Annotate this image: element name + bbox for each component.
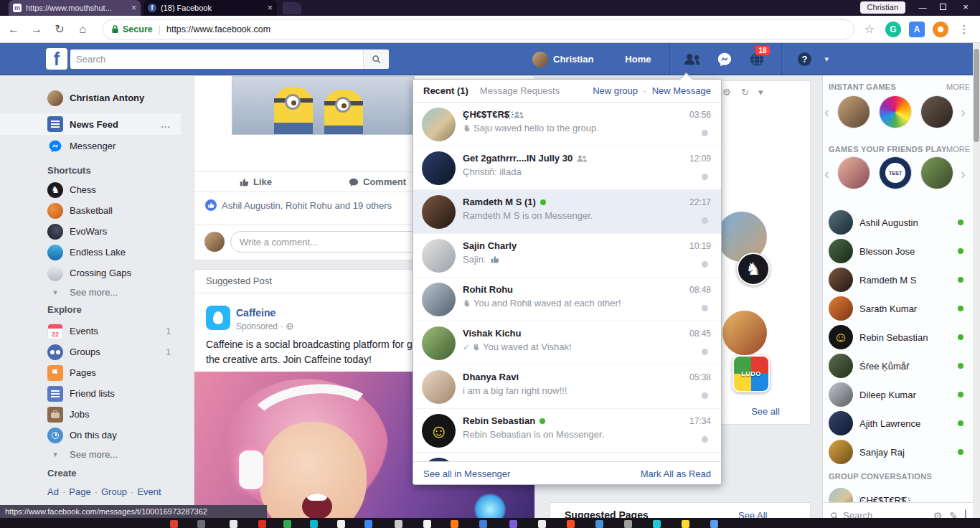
taskbar-app-icon[interactable] (567, 520, 575, 528)
conversation-item[interactable]: Get 2gathrrr....IN Jully 30 Çhristiñ: il… (413, 146, 721, 190)
contact-row[interactable]: Sanjay Raj (823, 438, 974, 466)
like-button[interactable]: Like (194, 176, 316, 187)
conversation-item-partial[interactable] (413, 453, 721, 461)
taskbar-app-icon[interactable] (364, 520, 372, 528)
post-social-proof[interactable]: Ashil Augustin, Rohit Rohu and 19 others (204, 199, 392, 212)
contact-row[interactable]: Ajith Lawrence (823, 409, 974, 438)
reload-button[interactable]: ↻ (50, 20, 69, 39)
sidebar-item-chess[interactable]: ♞ Chess (0, 179, 181, 200)
search-button[interactable] (363, 50, 389, 69)
taskbar-app-icon[interactable] (283, 520, 291, 528)
browser-tab-mouthshut[interactable]: m https://www.mouthshut... × (9, 0, 141, 16)
chevron-down-icon[interactable]: ▾ (758, 87, 763, 98)
new-group-link[interactable]: New group (593, 85, 638, 96)
instant-games-more-link[interactable]: MORE (946, 82, 970, 91)
tab-message-requests[interactable]: Message Requests (480, 85, 560, 96)
chess-game-bubble[interactable]: ♞ (737, 253, 770, 286)
tab-recent[interactable]: Recent (1) (423, 85, 468, 96)
sidebar-item-endless-lake[interactable]: Endless Lake (0, 242, 181, 263)
conversation-item-selected[interactable]: Ramdeth M S (1) Ramdeth M S is on Messen… (413, 190, 721, 234)
taskbar-app-icon[interactable] (538, 520, 546, 528)
conversation-item[interactable]: ☺ Rebin Sebastian Rebin Sebastian is on … (413, 409, 721, 453)
create-ad-link[interactable]: Ad (47, 486, 59, 497)
taskbar-app-icon[interactable] (624, 520, 632, 528)
tab-close-icon[interactable]: × (131, 3, 136, 13)
sidebar-item-friend-lists[interactable]: Friend lists (0, 383, 181, 404)
new-message-link[interactable]: New Message (652, 85, 711, 96)
taskbar-app-icon[interactable] (310, 520, 318, 528)
conversation-item[interactable]: Vishak Kichu ✓ You waved at Vishak! 08:4… (413, 321, 721, 365)
extension-icon-orange[interactable] (933, 22, 948, 37)
sidebar-see-more-shortcuts[interactable]: ▾ See more... (0, 283, 181, 301)
news-feed-options-icon[interactable]: ... (161, 119, 171, 130)
taskbar-app-icon[interactable] (258, 520, 266, 528)
advertiser-logo[interactable] (206, 306, 230, 330)
back-button[interactable]: ← (4, 20, 23, 39)
facebook-logo[interactable]: f (46, 48, 67, 70)
post-image[interactable] (232, 76, 415, 135)
sidebar-item-messenger[interactable]: Messenger (0, 136, 181, 156)
sidebar-item-events[interactable]: 22 Events 1 (0, 321, 181, 341)
taskbar-app-icon[interactable] (395, 520, 402, 528)
conversation-item[interactable]: Sajin Charly Sajin: 10:19 (413, 234, 721, 278)
search-input[interactable] (70, 50, 363, 69)
window-maximize-button[interactable] (933, 0, 953, 16)
window-minimize-button[interactable]: — (913, 0, 933, 16)
header-home-link[interactable]: Home (625, 54, 651, 65)
taskbar-app-icon[interactable] (423, 520, 431, 528)
sidebar-item-basketball[interactable]: Basketball (0, 200, 181, 221)
address-bar[interactable]: Secure | https://www.facebook.com (102, 19, 854, 39)
taskbar-app-icon[interactable] (479, 520, 487, 528)
contact-row[interactable]: Śŕee Ķůmåŕ (823, 352, 974, 380)
sidebar-item-jobs[interactable]: Jobs (0, 404, 181, 425)
chevron-left-icon[interactable]: ‹ (824, 166, 829, 182)
sidebar-item-groups[interactable]: Groups 1 (0, 341, 181, 362)
taskbar-app-icon[interactable] (710, 520, 718, 528)
contact-row[interactable]: Blesson Jose (823, 237, 974, 265)
browser-profile-chip[interactable]: Christian (860, 1, 905, 14)
help-button[interactable]: ? (794, 50, 814, 70)
sidebar-see-more-explore[interactable]: ▾ See more... (0, 446, 181, 463)
taskbar-app-icon[interactable] (337, 520, 345, 528)
conversation-item[interactable]: Dhanya Ravi i am a big fan right now!!! … (413, 365, 721, 409)
taskbar-app-icon[interactable] (170, 520, 178, 528)
contact-row[interactable]: Ashil Augustin (823, 208, 974, 237)
chevron-right-icon[interactable]: › (961, 166, 966, 182)
extension-icon-green[interactable]: G (885, 22, 901, 37)
see-all-in-messenger-link[interactable]: See all in Messenger (423, 468, 510, 479)
messenger-button[interactable] (715, 50, 735, 70)
create-event-link[interactable]: Event (137, 486, 161, 497)
friends-games-more-link[interactable]: MORE (946, 145, 970, 154)
page-scrollbar[interactable] (973, 43, 980, 528)
browser-tab-facebook[interactable]: f (18) Facebook × (143, 0, 277, 16)
ludo-game-bubble[interactable]: LUDO (732, 355, 770, 392)
window-close-button[interactable]: × (956, 0, 976, 16)
taskbar-app-icon[interactable] (653, 520, 661, 528)
advertiser-name-link[interactable]: Caffeine (236, 307, 275, 319)
bookmark-star-icon[interactable]: ☆ (862, 22, 877, 37)
extension-icon-blue[interactable]: A (909, 22, 925, 37)
mark-all-as-read-link[interactable]: Mark All as Read (641, 468, 711, 479)
home-button[interactable]: ⌂ (73, 20, 92, 39)
taskbar-app-icon[interactable] (197, 520, 205, 528)
instant-game-avatar[interactable] (879, 95, 912, 128)
taskbar-app-icon[interactable] (595, 520, 603, 528)
conversation-item[interactable]: Rohit Rohu You and Rohit waved at each o… (413, 278, 721, 321)
conversation-item[interactable]: ҉ÇH€$T€R$҉ Saju waved hello to the group… (413, 103, 721, 146)
contact-row[interactable]: Dileep Kumar (823, 380, 974, 409)
create-group-link[interactable]: Group (101, 486, 127, 497)
tab-close-icon[interactable]: × (268, 3, 273, 13)
sidebar-item-profile[interactable]: Christian Antony (0, 88, 181, 108)
chevron-right-icon[interactable]: › (961, 104, 966, 121)
sidebar-item-evowars[interactable]: EvoWars (0, 221, 181, 242)
taskbar-app-icon[interactable] (451, 520, 458, 528)
contact-row[interactable]: Ramdeth M S (823, 265, 974, 294)
header-profile-link[interactable]: Christian (553, 54, 593, 65)
refresh-icon[interactable]: ↻ (741, 87, 749, 98)
forward-button[interactable]: → (27, 20, 46, 39)
sidebar-item-news-feed[interactable]: News Feed ... (0, 113, 181, 135)
instant-game-avatar[interactable] (920, 95, 953, 128)
sidebar-item-crossing-gaps[interactable]: Crossing Gaps (0, 263, 181, 283)
notifications-button[interactable]: 18 (747, 50, 767, 70)
instant-game-avatar[interactable] (837, 95, 870, 128)
